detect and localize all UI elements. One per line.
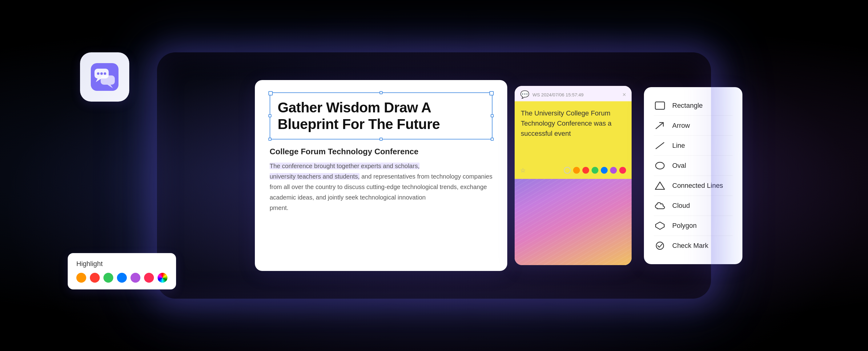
body-text-highlighted-2: university teachers and students,	[270, 173, 360, 180]
handle-bl	[269, 138, 272, 141]
note-color-purple[interactable]	[610, 167, 617, 174]
color-green[interactable]	[103, 273, 113, 283]
shape-label-cloud: Cloud	[672, 202, 690, 210]
note-color-pink[interactable]	[619, 167, 626, 174]
handle-lm	[269, 114, 272, 117]
note-close-button[interactable]: ×	[622, 91, 626, 98]
svg-marker-12	[655, 182, 664, 189]
shape-label-connected-lines: Connected Lines	[672, 182, 723, 190]
shape-item-oval[interactable]: Oval	[654, 156, 733, 176]
note-footer: ☆	[515, 163, 631, 179]
shape-item-rectangle[interactable]: Rectangle	[654, 96, 733, 116]
svg-marker-13	[656, 222, 664, 229]
shape-item-connected-lines[interactable]: Connected Lines	[654, 176, 733, 196]
note-icon: 💬	[520, 90, 529, 99]
body-text-highlighted-1: The conference brought together experts …	[270, 163, 420, 169]
color-orange[interactable]	[76, 273, 86, 283]
main-document-card: Gather Wisdom Draw A Blueprint For The F…	[255, 80, 507, 271]
svg-point-11	[656, 162, 664, 169]
connected-lines-icon	[654, 179, 666, 192]
rectangle-icon	[654, 99, 666, 112]
note-color-yellow[interactable]	[564, 167, 571, 174]
sticky-note-text: The University College Forum Technology …	[521, 108, 625, 139]
shape-label-polygon: Polygon	[672, 222, 697, 230]
shape-item-arrow[interactable]: Arrow	[654, 116, 733, 136]
svg-line-9	[656, 122, 663, 129]
app-icon	[80, 52, 129, 101]
shape-item-cloud[interactable]: Cloud	[654, 196, 733, 216]
shape-item-check-mark[interactable]: Check Mark	[654, 236, 733, 256]
shape-label-line: Line	[672, 142, 685, 150]
note-color-green[interactable]	[592, 167, 598, 174]
note-star-icon[interactable]: ☆	[520, 167, 526, 174]
svg-line-10	[656, 143, 664, 149]
svg-point-14	[656, 242, 663, 250]
handle-rm	[491, 114, 494, 117]
app-icon-wrapper	[80, 52, 129, 101]
svg-point-6	[100, 72, 103, 75]
shape-item-line[interactable]: Line	[654, 136, 733, 156]
note-image-waves	[515, 179, 631, 265]
sticky-note-card: 💬 WS 2024/07/06 15:57:49 × The Universit…	[515, 86, 631, 265]
section-title: College Forum Technology Conference	[270, 147, 493, 156]
color-purple[interactable]	[130, 273, 141, 283]
handle-tm	[379, 91, 382, 94]
highlight-panel: Highlight	[68, 253, 176, 289]
body-text-normal-2: pment.	[270, 204, 288, 211]
color-multicolor[interactable]	[158, 273, 167, 283]
handle-br	[491, 138, 494, 141]
line-icon	[654, 140, 666, 152]
highlight-label: Highlight	[76, 260, 167, 268]
shape-label-oval: Oval	[672, 162, 686, 170]
arrow-icon	[654, 119, 666, 132]
sticky-note-body: The University College Forum Technology …	[515, 101, 631, 163]
body-text: The conference brought together experts …	[270, 161, 493, 213]
color-red[interactable]	[90, 273, 100, 283]
main-container: Gather Wisdom Draw A Blueprint For The F…	[34, 80, 834, 271]
shape-label-arrow: Arrow	[672, 122, 690, 129]
shape-item-polygon[interactable]: Polygon	[654, 216, 733, 236]
document-headline: Gather Wisdom Draw A Blueprint For The F…	[278, 99, 485, 133]
color-pink[interactable]	[144, 273, 154, 283]
svg-point-7	[104, 72, 106, 75]
note-meta: WS 2024/07/06 15:57:49	[532, 92, 622, 97]
note-top: 💬 WS 2024/07/06 15:57:49 ×	[515, 86, 631, 101]
svg-point-5	[97, 72, 99, 75]
note-color-orange[interactable]	[573, 167, 580, 174]
check-mark-icon	[654, 239, 666, 252]
note-color-red[interactable]	[582, 167, 589, 174]
note-color-swatches	[564, 167, 626, 174]
svg-rect-8	[655, 102, 664, 109]
svg-rect-3	[101, 76, 115, 85]
note-image	[515, 179, 631, 265]
cloud-icon	[654, 200, 666, 212]
color-blue[interactable]	[117, 273, 127, 283]
shape-label-rectangle: Rectangle	[672, 101, 703, 110]
polygon-icon	[654, 220, 666, 232]
doc-content: Gather Wisdom Draw A Blueprint For The F…	[255, 80, 507, 225]
oval-icon	[654, 159, 666, 172]
shape-label-check-mark: Check Mark	[672, 242, 708, 250]
note-color-blue[interactable]	[601, 167, 608, 174]
app-icon-svg	[91, 63, 119, 91]
highlight-colors	[76, 273, 167, 283]
shapes-panel: Rectangle Arrow Line	[644, 87, 742, 264]
headline-selection-box: Gather Wisdom Draw A Blueprint For The F…	[270, 92, 493, 140]
handle-bm	[379, 138, 382, 141]
